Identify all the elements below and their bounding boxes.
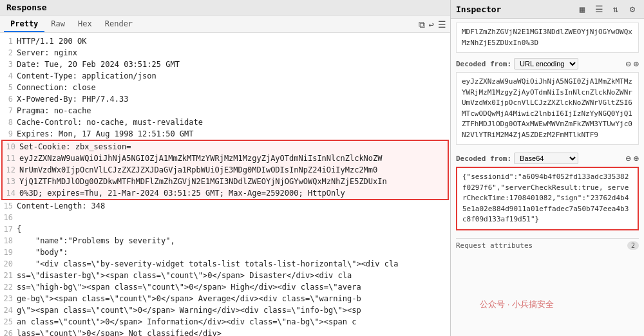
line-3: 3Date: Tue, 20 Feb 2024 03:51:25 GMT (0, 59, 450, 70)
line-5: 5Connection: close (0, 82, 450, 93)
decoded-section-url: Decoded from: URL encoding Base64 HTML ⊖… (456, 58, 639, 145)
highlight-block: 10Set-Cookie: zbx_session= 11eyJzZXNzaW9… (1, 140, 449, 200)
line-9: 9Expires: Mon, 17 Aug 1998 12:51:50 GMT (0, 128, 450, 140)
decoded-from-label-2: Decoded from: (456, 154, 511, 163)
encoded-value: MDFlZmZhZGVjN2E1MGI3NDdlZWEOYjNjOGYwOWQx… (456, 23, 639, 53)
tab-render[interactable]: Render (99, 17, 139, 32)
line-12: 12NrUmVzdWx0IjpOcnVlLCJzZXZJZXJDaGVja1Rp… (3, 164, 448, 176)
line-20: 20 "<div class=\"by-severity-widget tota… (0, 258, 450, 270)
decoded-section-base64: Decoded from: Base64 URL encoding HTML ⊖… (456, 153, 639, 230)
line-16: 16 (0, 212, 450, 223)
panel-title: Response (0, 0, 450, 15)
line-14: 140%3D; expires=Thu, 21-Mar-2024 03:51:2… (3, 187, 448, 199)
tab-actions: ⧉ ↩ ☰ (419, 19, 446, 30)
response-content: 1HTTP/1.1 200 OK 2Server: nginx 3Date: T… (0, 33, 450, 336)
list-icon[interactable]: ☰ (592, 3, 605, 15)
request-attr-count: 2 (627, 241, 639, 250)
minus-icon-1[interactable]: ⊖ (625, 59, 630, 69)
line-15: 15Content-Length: 348 (0, 200, 450, 212)
minus-icon-2[interactable]: ⊖ (625, 153, 630, 163)
plus-icon-2[interactable]: ⊕ (634, 153, 639, 163)
settings-icon[interactable]: ⚙ (626, 3, 639, 15)
tab-bar: Pretty Raw Hex Render ⧉ ↩ ☰ (0, 15, 450, 33)
plus-icon-1[interactable]: ⊕ (634, 59, 639, 69)
layout-icon[interactable]: ▦ (576, 3, 589, 15)
line-18: 18 "name":"Problems by severity", (0, 235, 450, 247)
decoded-value-base64: {"sessionid":"a6094b4f052fd133adc335382f… (456, 167, 639, 230)
sort-icon[interactable]: ⇅ (609, 3, 622, 15)
line-21: 21ss=\"disaster-bg\"><span class=\"count… (0, 270, 450, 281)
decoded-from-label-1: Decoded from: (456, 60, 511, 68)
decoded-value-url: eyJzZXNzaW9uaWQiOiJhNjA5NGI0ZjA1MmZkMTMz… (456, 72, 639, 145)
line-26: 26lass=\"count\">0</span> Not classified… (0, 328, 450, 336)
inspector-title: Inspector (456, 5, 572, 14)
left-panel: Response Pretty Raw Hex Render ⧉ ↩ ☰ 1HT… (0, 0, 451, 336)
line-19: 19 "body": (0, 247, 450, 258)
wrap-icon[interactable]: ↩ (429, 19, 434, 30)
request-attributes-row[interactable]: Request attributes 2 (456, 238, 639, 252)
tab-raw[interactable]: Raw (44, 17, 71, 32)
line-25: 25an class=\"count\">0</span> Informatio… (0, 316, 450, 328)
line-2: 2Server: nginx (0, 47, 450, 59)
inspector-header: Inspector ▦ ☰ ⇅ ⚙ (451, 0, 644, 19)
right-panel: Inspector ▦ ☰ ⇅ ⚙ MDFlZmZhZGVjN2E1MGI3ND… (451, 0, 644, 336)
line-7: 7Pragma: no-cache (0, 105, 450, 117)
line-8: 8Cache-Control: no-cache, must-revalidat… (0, 117, 450, 128)
line-13: 13YjQ1ZTFhMDJlODg0OZDkwMTFhMDFlZmZhZGVjN… (3, 176, 448, 187)
line-23: 23ge-bg\"><span class=\"count\">0</span>… (0, 293, 450, 304)
inspector-content: MDFlZmZhZGVjN2E1MGI3NDdlZWEOYjNjOGYwOWQx… (451, 19, 644, 336)
line-24: 24g\"><span class=\"count\">0</span> War… (0, 304, 450, 316)
line-11: 11eyJzZXNzaW9uaWQiOiJhNjA5NGI0ZjA1MmZkMT… (3, 153, 448, 164)
line-17: 17{ (0, 223, 450, 235)
encoding-type-select-1[interactable]: URL encoding Base64 HTML (514, 58, 578, 70)
line-10: 10Set-Cookie: zbx_session= (3, 141, 448, 153)
line-6: 6X-Powered-By: PHP/7.4.33 (0, 93, 450, 105)
line-4: 4Content-Type: application/json (0, 70, 450, 82)
copy-icon[interactable]: ⧉ (419, 19, 425, 30)
line-1: 1HTTP/1.1 200 OK (0, 35, 450, 47)
request-attr-label: Request attributes (456, 241, 627, 250)
menu-icon[interactable]: ☰ (438, 19, 446, 30)
tab-pretty[interactable]: Pretty (4, 17, 44, 32)
tab-hex[interactable]: Hex (71, 17, 99, 32)
line-22: 22ss=\"high-bg\"><span class=\"count\">0… (0, 281, 450, 293)
encoding-type-select-2[interactable]: Base64 URL encoding HTML (514, 153, 578, 164)
